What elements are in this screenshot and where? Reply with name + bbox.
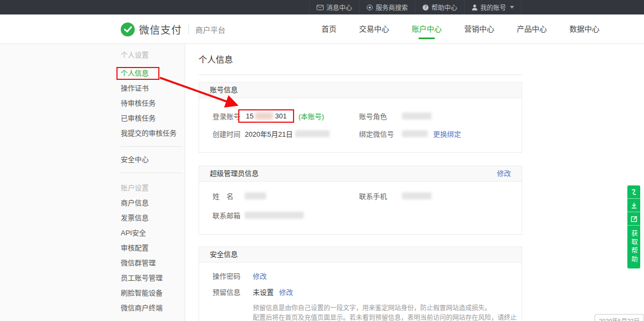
my-account-label: 我的账号 [480, 3, 506, 12]
my-account-menu[interactable]: 我的账号 [464, 0, 522, 14]
sidebar-item-merchant-info[interactable]: 商户信息 [121, 196, 185, 211]
main-content: 个人信息 账号信息 登录账号 15301 (本账号) [185, 44, 644, 321]
sidebar-header-account-settings: 账户设置 [121, 181, 185, 196]
service-provider-search-button[interactable]: 服务商搜索 [359, 0, 415, 14]
sidebar-item-api-security[interactable]: API安全 [121, 226, 185, 241]
top-utility-bar: 消息中心 服务商搜索 ? 帮助中心 我的账号 [0, 0, 644, 14]
created-time-value: 2020年5月21日 [245, 129, 293, 139]
service-provider-search-label: 服务商搜索 [376, 3, 408, 12]
wechat-pay-merchant-portal: 消息中心 服务商搜索 ? 帮助中心 我的账号 [0, 0, 644, 321]
sidebar-item-my-submitted-review-tasks[interactable]: 我提交的审核任务 [121, 126, 185, 141]
help-center-label: 帮助中心 [431, 3, 457, 12]
svg-text:?: ? [425, 5, 427, 10]
redacted-account-role [402, 113, 431, 120]
operation-password-edit-link[interactable]: 修改 [253, 271, 267, 281]
login-account-row: 登录账号 15301 (本账号) 账号角色 [213, 107, 522, 125]
login-account-annotation-box: 15301 [238, 109, 294, 123]
reserved-info-label: 预留信息 [213, 287, 253, 297]
portal-name: 商户平台 [195, 24, 225, 35]
account-info-card: 账号信息 登录账号 15301 (本账号) 账号角色 [199, 82, 522, 153]
message-icon [317, 5, 324, 10]
message-center-label: 消息中心 [326, 3, 352, 12]
sidebar-divider [121, 146, 182, 147]
redacted-admin-name [245, 192, 266, 199]
redacted-admin-phone [402, 192, 431, 199]
main-header: 微信支付 商户平台 首页 交易中心 账户中心 营销中心 产品中心 数据中心 [0, 14, 644, 44]
super-admin-card-header: 超级管理员信息 修改 [199, 166, 522, 182]
brand-name: 微信支付 [139, 22, 182, 36]
person-icon [472, 4, 478, 11]
redacted-wechat-id [402, 130, 428, 137]
nav-data-center[interactable]: 数据中心 [569, 14, 599, 44]
search-icon [367, 4, 373, 11]
sidebar-item-wechat-merchant-terminal[interactable]: 微信商户终端 [121, 301, 185, 316]
admin-name-label: 姓 名 [213, 191, 245, 201]
sidebar-item-invoice-info[interactable]: 发票信息 [121, 211, 185, 226]
nav-transaction-center[interactable]: 交易中心 [359, 14, 389, 44]
sidebar-item-face-smart-device[interactable]: 刷脸智能设备 [121, 286, 185, 301]
nav-marketing-center[interactable]: 营销中心 [464, 14, 494, 44]
created-time-label: 创建时间 [213, 129, 245, 139]
sidebar-item-personal-info[interactable]: 个人信息 [121, 66, 185, 81]
page-title: 个人信息 [199, 53, 644, 65]
current-account-tag: (本账号) [298, 111, 324, 121]
sidebar-item-staff-account-management[interactable]: 员工账号管理 [121, 271, 185, 286]
reserved-info-desc-line2: 配置后将在首页及充值页面显示。若未看到预留信息，表明当前访问的网站存在风险，请终… [253, 313, 522, 321]
account-info-card-header: 账号信息 [199, 83, 522, 98]
help-center-button[interactable]: ? 帮助中心 [415, 0, 464, 14]
message-center-button[interactable]: 消息中心 [309, 0, 359, 14]
title-divider [199, 74, 522, 75]
operation-password-label: 操作密码 [213, 271, 253, 281]
admin-phone-label: 联系手机 [359, 191, 402, 201]
rebind-wechat-link[interactable]: 更换绑定 [433, 129, 461, 139]
security-info-card: 安全信息 操作密码 修改 预留信息 未设置 修改 预留信息是由你自己设置的一段文… [199, 247, 522, 321]
redacted-created-time [295, 130, 330, 137]
sidebar-item-pending-review-tasks[interactable]: 待审核任务 [121, 96, 185, 111]
download-tool-button[interactable] [627, 199, 640, 212]
get-help-button[interactable]: 获取帮助 [627, 226, 640, 268]
get-help-label: 获取帮助 [627, 230, 640, 264]
sidebar-divider [121, 173, 182, 173]
created-time-row: 创建时间 2020年5月21日 绑定微信号 更换绑定 [213, 125, 522, 143]
floating-toolbar: 获取帮助 [627, 185, 640, 268]
super-admin-edit-link[interactable]: 修改 [497, 166, 511, 181]
login-account-prefix: 15 [246, 112, 253, 120]
brand-separator [188, 25, 189, 34]
reserved-info-edit-link[interactable]: 修改 [279, 287, 293, 297]
account-info-card-body: 登录账号 15301 (本账号) 账号角色 创 [199, 98, 522, 152]
nav-account-center[interactable]: 账户中心 [412, 14, 442, 44]
primary-nav: 首页 交易中心 账户中心 营销中心 产品中心 数据中心 [310, 14, 611, 44]
login-account-suffix: 301 [275, 112, 287, 120]
download-icon [631, 202, 638, 209]
super-admin-card: 超级管理员信息 修改 姓 名 联系手机 [199, 166, 522, 235]
security-info-header-label: 安全信息 [210, 247, 238, 262]
link-tool-button[interactable] [627, 185, 640, 199]
nav-product-center[interactable]: 产品中心 [517, 14, 547, 44]
sidebar-item-review-config[interactable]: 审核配置 [121, 241, 185, 256]
reserved-info-description: 预留信息是由你自己设置的一段文字，用来鉴定网站身份，防止假冒网站造成损失。 配置… [253, 303, 522, 321]
sidebar-item-reviewed-tasks[interactable]: 已审核任务 [121, 111, 185, 126]
sidebar-header-personal-settings: 个人设置 [121, 48, 185, 63]
date-badge: 2020年5月22日 [595, 314, 644, 321]
reserved-info-row: 预留信息 未设置 修改 [213, 283, 522, 299]
security-info-card-body: 操作密码 修改 预留信息 未设置 修改 预留信息是由你自己设置的一段文字，用来鉴… [199, 263, 522, 321]
edit-tool-button[interactable] [627, 212, 640, 226]
sidebar-item-security-center[interactable]: 安全中心 [121, 152, 185, 167]
edit-icon [631, 215, 638, 222]
nav-home[interactable]: 首页 [321, 14, 336, 44]
super-admin-card-body: 姓 名 联系手机 联系邮箱 [199, 182, 522, 234]
security-info-card-header: 安全信息 [199, 247, 522, 263]
sidebar-item-operation-certificate[interactable]: 操作证书 [121, 81, 185, 96]
link-icon [631, 189, 637, 196]
reserved-info-desc-line1: 预留信息是由你自己设置的一段文字，用来鉴定网站身份，防止假冒网站造成损失。 [253, 303, 522, 313]
top-utility-items: 消息中心 服务商搜索 ? 帮助中心 我的账号 [309, 0, 522, 14]
sidebar: 个人设置 个人信息 操作证书 待审核任务 已审核任务 我提交的审核任务 安全中心… [0, 44, 185, 321]
bound-wechat-label: 绑定微信号 [359, 129, 402, 139]
admin-email-label: 联系邮箱 [213, 210, 245, 220]
account-info-header-label: 账号信息 [210, 83, 238, 98]
brand-block[interactable]: 微信支付 商户平台 [121, 14, 225, 44]
page-body: 个人设置 个人信息 操作证书 待审核任务 已审核任务 我提交的审核任务 安全中心… [0, 44, 644, 321]
super-admin-header-label: 超级管理员信息 [210, 166, 259, 181]
sidebar-item-wechat-group-management[interactable]: 微信群管理 [121, 256, 185, 271]
operation-password-row: 操作密码 修改 [213, 267, 522, 283]
